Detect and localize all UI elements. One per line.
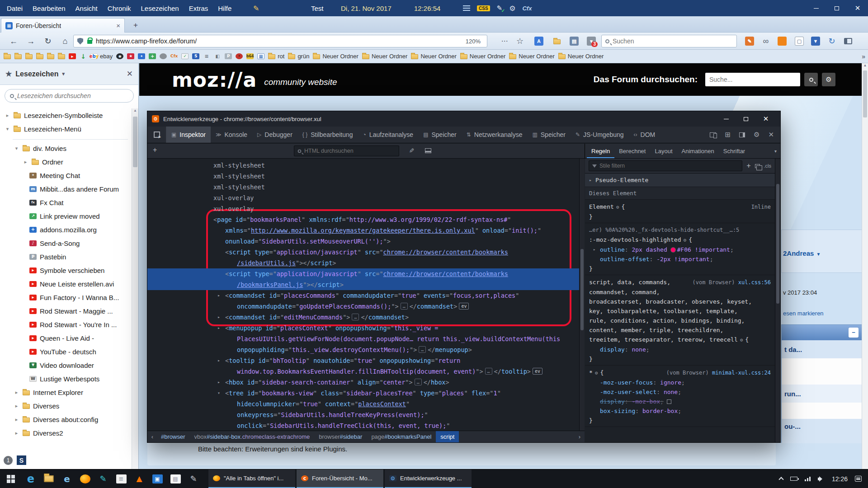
twisty-icon[interactable]: ▸ xyxy=(23,159,28,165)
twisty-icon[interactable]: ▾ xyxy=(14,145,19,151)
chevron-down-icon[interactable]: ▾ xyxy=(62,71,65,77)
bookmark-tree-item[interactable]: ▸Diverses about:config xyxy=(0,413,132,426)
page-actions-icon[interactable]: ⋯ xyxy=(497,34,512,48)
cfx-addon-icon[interactable]: Cfx xyxy=(522,5,532,12)
bookmark-tree-item[interactable]: ▸Ordner xyxy=(0,155,132,169)
bookmark-tree-item[interactable]: WLustige Werbespots xyxy=(0,372,132,385)
markup-line[interactable]: ▸<commandset id="placesCommands" command… xyxy=(147,290,585,301)
devtools-tab-dom[interactable]: ‹›DOM xyxy=(629,127,660,143)
notification-count-badge[interactable]: 1 xyxy=(4,456,13,465)
sidebar-scrollbar[interactable]: ▲ xyxy=(132,108,138,469)
expand-twisty-icon[interactable]: ▸ xyxy=(217,312,220,323)
gear-icon[interactable]: ⚙ xyxy=(509,4,515,13)
css-addon-icon[interactable]: CSS xyxy=(477,5,490,11)
download-helper-icon[interactable]: ▾3 xyxy=(584,34,599,48)
breadcrumb-scroll-left-icon[interactable]: ‹ xyxy=(148,433,156,440)
username-link[interactable]: 2Andreas▼ xyxy=(783,249,821,257)
scrollbar-thumb[interactable] xyxy=(580,249,584,330)
markup-line[interactable]: ▸<commandset id="editMenuCommands">…</co… xyxy=(147,312,585,323)
taskbar-window-button[interactable]: cForen-Übersicht - Mo... xyxy=(297,469,383,488)
all-tabs-chevron-icon[interactable]: ▾ xyxy=(774,149,780,154)
twisty-icon[interactable]: ▸ xyxy=(5,113,10,118)
breadcrumb-item[interactable]: page#bookmarksPanel xyxy=(367,431,436,442)
markup-line[interactable]: onunload="SidebarUtils.setMouseoverURL('… xyxy=(147,236,585,247)
html-search-box[interactable] xyxy=(294,145,399,156)
style-filter-input[interactable] xyxy=(599,163,739,169)
taskbar-app-ie[interactable]: e xyxy=(58,469,76,488)
reload-button[interactable]: ↻ xyxy=(41,34,55,48)
forum-row[interactable]: run... xyxy=(782,385,862,403)
dock-side-icon[interactable] xyxy=(739,132,745,137)
markup-line[interactable]: ▸<hbox id="sidebar-search-container" ali… xyxy=(147,377,585,388)
collapsed-children-badge[interactable]: … xyxy=(352,314,359,320)
start-button[interactable] xyxy=(0,469,22,488)
devtools-tab-netmonitor[interactable]: ⇅Netzwerkanalyse xyxy=(462,127,528,143)
color-swatch[interactable] xyxy=(671,248,675,252)
search-box[interactable] xyxy=(601,35,737,47)
devtools-tab-storage[interactable]: ▥Speicher xyxy=(527,127,571,143)
markup-line[interactable]: onpopuphiding="this._view.destroyContext… xyxy=(147,344,585,355)
battery-icon[interactable] xyxy=(790,477,797,481)
close-button[interactable]: ✕ xyxy=(847,0,868,16)
bookmark-item[interactable]: Neuer Ordner xyxy=(313,53,358,60)
bookmark-item[interactable]: grün xyxy=(288,53,309,60)
close-button[interactable]: ✕ xyxy=(756,111,776,127)
bookmark-item[interactable] xyxy=(14,53,22,59)
stylesheet-link[interactable]: xul.css:56 xyxy=(738,279,771,286)
back-button[interactable]: ← xyxy=(6,34,21,48)
devtools-tab-console[interactable]: ≫Konsole xyxy=(211,127,252,143)
sidebar-search[interactable] xyxy=(5,89,134,103)
twisty-icon[interactable]: ▸ xyxy=(14,403,19,409)
split-console-icon[interactable] xyxy=(425,148,431,153)
add-rule-button[interactable]: + xyxy=(746,161,750,171)
bookmark-item[interactable]: ✦ xyxy=(138,53,145,59)
scrollbar-thumb[interactable] xyxy=(133,117,137,167)
taskbar-app-photos[interactable]: ▣ xyxy=(148,469,166,488)
bookmark-tree-item[interactable]: ✦Meeting Chat xyxy=(0,169,132,182)
tab-close-icon[interactable]: × xyxy=(116,22,120,29)
zoom-level-badge[interactable]: 120% xyxy=(466,38,483,45)
bookmark-item[interactable]: Neuer Ordner xyxy=(460,53,505,60)
event-badge[interactable]: ev xyxy=(459,303,469,310)
bookmark-star-icon[interactable]: ☆ xyxy=(513,34,527,48)
search-input[interactable] xyxy=(613,38,733,45)
menu-bearbeiten[interactable]: Bearbeiten xyxy=(28,0,71,16)
breadcrumb-item[interactable]: #browser xyxy=(156,431,189,442)
markup-line[interactable]: onclick="SidebarUtils.handleTreeClick(th… xyxy=(147,420,585,431)
html-search-input[interactable] xyxy=(304,148,396,154)
devtools-tab-inspector[interactable]: ▣Inspektor xyxy=(166,127,211,143)
markup-line[interactable]: <script type="application/javascript" sr… xyxy=(147,247,585,258)
twisty-icon[interactable]: ▸ xyxy=(14,417,19,422)
sidebar-search-input[interactable] xyxy=(17,92,128,99)
markup-line[interactable]: onkeypress="SidebarUtils.handleTreeKeyPr… xyxy=(147,409,585,420)
twisty-icon[interactable]: ▸ xyxy=(14,389,19,395)
bookmark-tree-item[interactable]: mMibbit...das andere Forum xyxy=(0,182,132,196)
markup-line[interactable]: ▾<tree id="bookmarks-view" class="sideba… xyxy=(147,388,585,399)
menu-extras[interactable]: Extras xyxy=(184,0,213,16)
home-button[interactable]: ⌂ xyxy=(58,34,72,48)
quill-icon[interactable]: ✎ xyxy=(253,0,259,16)
bookmark-item[interactable]: rot xyxy=(268,53,284,60)
bookmark-tree-item[interactable]: ▸Symbole verschieben xyxy=(0,263,132,277)
twisty-icon[interactable]: ▾ xyxy=(5,126,10,132)
bookmark-item[interactable]: S xyxy=(192,53,199,59)
stylesheet-link[interactable]: minimal-xul.css:24 xyxy=(712,370,771,376)
pseudo-class-panel-icon[interactable] xyxy=(755,164,760,168)
stylesheet-source[interactable]: …er) %0A%20%20._fx-devtools-hide-shortcu… xyxy=(589,225,771,235)
forum-row[interactable]: t da... xyxy=(782,340,862,358)
menubar-test-label[interactable]: Test xyxy=(311,0,324,16)
selector-highlighter-icon[interactable]: ⚙ xyxy=(684,235,687,245)
devtools-tab-memory[interactable]: ▤Speicher xyxy=(418,127,462,143)
bookmark-tree-item[interactable]: ▸Internet Explorer xyxy=(0,385,132,399)
taskbar-window-button[interactable]: ⚙Entwicklerwerkzeuge ... xyxy=(385,469,472,488)
collapsed-children-badge[interactable]: … xyxy=(415,379,422,385)
forum-search-button[interactable] xyxy=(804,73,818,86)
bookmark-tree-item[interactable]: ↗Link preview moved xyxy=(0,209,132,223)
markup-line[interactable]: <page id="bookmarksPanel" xmlns:rdf="htt… xyxy=(147,214,585,225)
forward-button[interactable]: → xyxy=(24,34,38,48)
pseudo-elements-toggle[interactable]: ▸Pseudo-Elemente xyxy=(585,174,775,187)
bookmark-tree-item[interactable]: ♪Send-a-Song xyxy=(0,236,132,250)
forum-search-options-button[interactable]: ⚙ xyxy=(822,73,835,86)
bookmark-item[interactable]: b64 xyxy=(246,53,254,59)
forum-search-field[interactable] xyxy=(705,73,800,86)
